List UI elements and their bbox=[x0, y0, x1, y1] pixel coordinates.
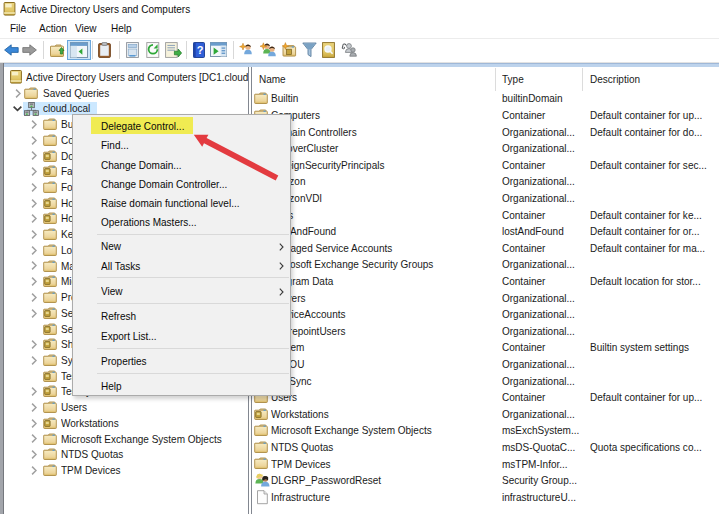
svg-text:?: ? bbox=[197, 44, 204, 56]
